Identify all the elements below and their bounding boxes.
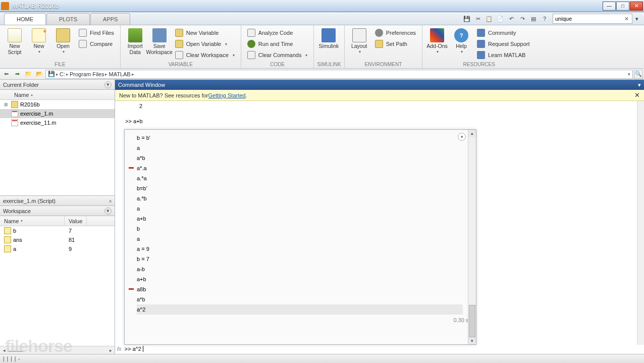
history-item[interactable]: a.*b (137, 193, 463, 203)
scroll-right-icon[interactable]: ▸ (106, 348, 115, 353)
quick-access-cut-icon[interactable]: ✂ (473, 14, 483, 24)
new-variable-button[interactable]: New Variable (172, 27, 238, 38)
crumb-drive[interactable]: C: (60, 71, 65, 77)
workspace-var-ans[interactable]: ans81 (0, 235, 115, 244)
analyze-code-button[interactable]: Analyze Code (244, 27, 311, 38)
nav-up-folder-button[interactable]: 📁 (23, 70, 33, 79)
tab-plots[interactable]: PLOTS (46, 13, 90, 25)
minimize-button[interactable]: — (603, 2, 616, 11)
history-item[interactable]: a*b (137, 294, 463, 304)
clear-commands-button[interactable]: Clear Commands (244, 49, 311, 61)
search-docs-input[interactable] (553, 14, 632, 24)
history-item[interactable]: b = b' (137, 133, 463, 143)
history-item[interactable]: a*b (137, 153, 463, 163)
nav-forward-button[interactable]: ➡ (12, 70, 22, 79)
file-detail-title: exercise_1.m (Script) (3, 198, 56, 204)
command-window-body[interactable]: 2 >> a+b ▾ b = b'aa*ba*.aa.*ab=b'a.*baa+… (115, 101, 644, 354)
expand-icon[interactable]: ⊞ (3, 102, 9, 107)
clear-workspace-button[interactable]: Clear Workspace (172, 49, 238, 61)
command-window-scrollbar[interactable] (637, 101, 644, 345)
request-support-button[interactable]: Request Support (474, 38, 533, 49)
history-item[interactable]: a (137, 234, 463, 244)
tab-home[interactable]: HOME (4, 13, 46, 25)
scroll-up-icon[interactable]: ▴ (468, 130, 476, 137)
history-item[interactable]: a+b (137, 214, 463, 224)
scroll-thumb[interactable] (469, 305, 475, 337)
new-button[interactable]: New (27, 27, 50, 55)
close-window-button[interactable]: ✕ (630, 2, 643, 11)
scroll-thumb[interactable] (8, 351, 23, 352)
nav-back-button[interactable]: ⬅ (1, 70, 11, 79)
history-item[interactable]: b = 7 (137, 254, 463, 264)
file-row-R2016b[interactable]: ⊞ R2016b (0, 100, 115, 109)
file-row-exercise_1-m[interactable]: exercise_1.m (0, 109, 115, 118)
history-item[interactable]: a (137, 143, 463, 153)
history-item[interactable]: a^2 (137, 304, 463, 315)
scroll-left-icon[interactable]: ◂ (0, 348, 8, 353)
simulink-button[interactable]: Simulink (317, 27, 340, 50)
nav-browse-button[interactable]: 📂 (34, 70, 44, 79)
file-detail-expand-button[interactable]: ʌ (109, 198, 112, 203)
quick-access-paste-icon[interactable]: 📄 (495, 14, 505, 24)
breadcrumb[interactable]: 💾 ▸ C: ▸ Program Files ▸ MATLAB ▸ ▾ (45, 70, 633, 79)
layout-button[interactable]: Layout (348, 27, 371, 55)
run-and-time-button[interactable]: Run and Time (244, 38, 311, 49)
history-item[interactable]: a = 9 (137, 244, 463, 254)
learn-matlab-button[interactable]: Learn MATLAB (474, 49, 533, 61)
crumb-program-files[interactable]: Program Files (70, 71, 104, 77)
history-scrollbar[interactable]: ▴ ▾ (468, 130, 476, 344)
command-input-line[interactable]: fx >> a^2 (115, 344, 637, 354)
history-item[interactable]: a.*a (137, 173, 463, 183)
banner-close-button[interactable]: ✕ (634, 91, 640, 99)
file-row-exercise_11-m[interactable]: exercise_11.m (0, 118, 115, 127)
scroll-down-icon[interactable]: ▾ (468, 337, 476, 344)
quick-access-redo-icon[interactable]: ↷ (517, 14, 527, 24)
left-horizontal-scrollbar[interactable]: ◂ ▸ (0, 346, 115, 354)
save-workspace-button[interactable]: Save Workspace (148, 27, 171, 56)
quick-access-copy-icon[interactable]: 📋 (484, 14, 494, 24)
help-button[interactable]: ? Help (450, 27, 473, 55)
history-item[interactable]: a-b (137, 264, 463, 274)
fx-icon[interactable]: fx (117, 346, 122, 352)
history-item[interactable]: a (137, 203, 463, 214)
current-folder-actions-button[interactable]: ▾ (104, 81, 112, 88)
command-window-actions-button[interactable]: ▾ (638, 82, 641, 88)
workspace-name-column[interactable]: Name ▾ (0, 216, 65, 226)
set-path-button[interactable]: Set Path (372, 38, 419, 49)
chevron-down-icon[interactable]: ▾ (628, 72, 630, 77)
search-clear-icon[interactable]: ✕ (624, 16, 629, 22)
command-history-popup: ▾ b = b'aa*ba*.aa.*ab=b'a.*baa+bbaa = 9b… (124, 129, 476, 345)
tab-apps[interactable]: APPS (90, 13, 130, 25)
variable-name-label: a (13, 246, 16, 252)
layout-icon (352, 28, 366, 42)
address-search-button[interactable]: 🔍 (634, 70, 643, 79)
open-button[interactable]: Open (51, 27, 75, 55)
quick-access-help-icon[interactable]: ? (540, 14, 550, 24)
login-triangle-icon[interactable]: ▾ (632, 14, 642, 24)
quick-access-undo-icon[interactable]: ↶ (506, 14, 516, 24)
workspace-var-a[interactable]: a9 (0, 244, 115, 253)
new-script-button[interactable]: New Script (3, 27, 26, 56)
preferences-button[interactable]: Preferences (372, 27, 419, 38)
maximize-button[interactable]: □ (616, 2, 629, 11)
quick-access-switch-windows-icon[interactable]: ▤ (528, 14, 539, 24)
history-item[interactable]: b (137, 224, 463, 234)
workspace-value-column[interactable]: Value (65, 216, 87, 226)
quick-access-save-icon[interactable]: 💾 (462, 14, 472, 24)
open-variable-button[interactable]: Open Variable (172, 38, 238, 49)
history-item[interactable]: b=b' (137, 183, 463, 193)
addons-button[interactable]: Add-Ons (425, 27, 449, 55)
import-data-button[interactable]: Import Data (124, 27, 147, 56)
crumb-matlab[interactable]: MATLAB (109, 71, 130, 77)
history-item[interactable]: a8b (137, 284, 463, 294)
history-item[interactable]: a*.a (137, 163, 463, 173)
find-files-button[interactable]: Find Files (76, 27, 117, 38)
workspace-actions-button[interactable]: ▾ (104, 208, 112, 215)
getting-started-link[interactable]: Getting Started (208, 92, 245, 98)
new-label: New (33, 43, 44, 49)
workspace-var-b[interactable]: b7 (0, 226, 115, 235)
history-item[interactable]: a+b (137, 274, 463, 284)
community-button[interactable]: Community (474, 27, 533, 38)
current-folder-column-header[interactable]: Name ▴ (0, 90, 115, 100)
compare-button[interactable]: Compare (76, 38, 117, 49)
